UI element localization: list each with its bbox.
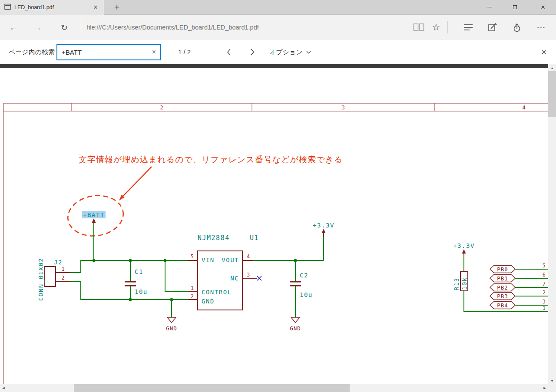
- tab-close-icon[interactable]: ×: [92, 3, 99, 11]
- j2-pin-2: 2: [61, 275, 64, 281]
- net-label-pb4: PB4: [490, 302, 515, 309]
- j2-pin-1: 1: [61, 266, 64, 272]
- u1-pin-num-1: 1: [191, 285, 194, 291]
- schematic-drawing: 2 3 4 文字情報が埋め込まれるので、リファレンス番号などが検索できる: [0, 68, 548, 384]
- find-search-box: ×: [56, 44, 161, 60]
- c2-value: 10u: [300, 291, 313, 298]
- edge-pin-6: 6: [543, 272, 546, 278]
- power-symbol-batt: [92, 218, 96, 225]
- find-match-count: 1 / 2: [178, 40, 191, 64]
- find-close-icon[interactable]: ×: [535, 40, 553, 64]
- edge-pin-7: 7: [543, 281, 546, 287]
- u1-pin-num-2: 2: [191, 293, 194, 300]
- find-options-button[interactable]: オプション: [269, 40, 311, 64]
- vertical-scrollbar[interactable]: ▲ ▼: [548, 64, 556, 384]
- window-maximize-button[interactable]: [505, 0, 525, 14]
- r13-value: 10k: [461, 277, 468, 290]
- component-c2: C2 10u: [290, 272, 313, 298]
- scrollbar-corner: [548, 384, 556, 392]
- edge-pin-5: 5: [543, 263, 546, 269]
- back-icon[interactable]: ←: [5, 15, 23, 40]
- more-actions-icon[interactable]: ⋯: [533, 15, 550, 40]
- title-bar: LED_board1.pdf × + ×: [0, 0, 556, 15]
- scroll-right-icon[interactable]: ▶: [541, 384, 548, 392]
- junction-dots: [93, 259, 297, 301]
- u1-pin-gnd: GND: [202, 298, 215, 305]
- find-clear-icon[interactable]: ×: [148, 45, 160, 59]
- u1-pin-vin: VIN: [202, 257, 215, 264]
- scroll-left-icon[interactable]: ◀: [0, 384, 7, 392]
- sheet-col-3: 3: [341, 105, 344, 111]
- j2-value: CONN_01X02: [37, 258, 45, 301]
- edge-pin-3: 3: [543, 299, 546, 305]
- u1-pin-nc: NC: [230, 275, 239, 282]
- component-j2: J2 CONN_01X02 1 2: [37, 258, 70, 301]
- svg-text:PB4: PB4: [497, 302, 508, 309]
- u1-pin-control: CONTROL: [202, 289, 232, 296]
- svg-text:PB1: PB1: [497, 275, 508, 282]
- forward-icon[interactable]: →: [29, 15, 46, 40]
- c1-ref: C1: [135, 268, 143, 275]
- window-close-button[interactable]: ×: [530, 0, 556, 14]
- r13-ref: R13: [453, 277, 460, 290]
- horizontal-scrollbar[interactable]: ◀ ▶: [0, 384, 548, 392]
- gnd-symbol-left: GND: [166, 317, 177, 332]
- minimize-icon: [487, 7, 492, 7]
- find-in-page-bar: ページ内の検索 × 1 / 2 オプション ×: [0, 40, 556, 64]
- share-icon[interactable]: [508, 15, 526, 40]
- u1-pin-vout: VOUT: [222, 257, 239, 264]
- net-label-pb1: PB1: [490, 275, 515, 282]
- refresh-icon[interactable]: ↻: [56, 15, 73, 40]
- component-u1: NJM2884 U1 VIN VOUT NC CONTROL GND 5 4 3…: [188, 234, 261, 310]
- edge-pin-1: 1: [543, 305, 546, 311]
- tab-title: LED_board1.pdf: [14, 4, 88, 10]
- favorites-star-icon[interactable]: ☆: [428, 15, 444, 40]
- new-tab-button[interactable]: +: [109, 0, 125, 15]
- chevron-down-icon: [306, 51, 311, 54]
- annotate-icon[interactable]: [484, 15, 501, 40]
- reading-view-icon[interactable]: [410, 15, 427, 40]
- net-labels-pb: PB0 PB1 PB2 PB3 PB4: [490, 266, 515, 309]
- maximize-icon: [513, 5, 517, 9]
- scroll-up-icon[interactable]: ▲: [548, 64, 556, 71]
- net-label-pb3: PB3: [490, 293, 515, 300]
- find-previous-icon[interactable]: [222, 48, 235, 56]
- gnd-symbol-right: GND: [290, 317, 301, 332]
- annotation-text: 文字情報が埋め込まれるので、リファレンス番号などが検索できる: [79, 155, 343, 164]
- annotation-arrow: [119, 167, 152, 201]
- u1-pin-num-4: 4: [247, 254, 250, 260]
- net-label-pb2: PB2: [490, 284, 515, 291]
- pdf-background-strip: [0, 64, 548, 68]
- net-label-batt: +BATT: [83, 211, 105, 218]
- window-minimize-button[interactable]: [480, 0, 500, 14]
- c2-ref: C2: [300, 272, 308, 279]
- find-label: ページ内の検索: [9, 40, 55, 64]
- u1-pin-num-3: 3: [247, 272, 250, 278]
- sheet-col-4: 4: [522, 105, 525, 111]
- svg-text:PB2: PB2: [497, 284, 508, 291]
- component-c1: C1 10u: [125, 268, 148, 295]
- tab-led-board1[interactable]: LED_board1.pdf ×: [0, 0, 104, 15]
- gnd-label: GND: [166, 325, 177, 332]
- browser-window: LED_board1.pdf × + × ← → ↻ file:///C:/Us…: [0, 0, 556, 392]
- v33-label: +3.3V: [313, 222, 334, 229]
- address-bar: ← → ↻ file:///C:/Users/user/Documents/LE…: [0, 15, 556, 40]
- vertical-scrollbar-thumb[interactable]: [548, 71, 556, 117]
- hub-icon[interactable]: [460, 15, 477, 40]
- v33-label: +3.3V: [453, 242, 475, 249]
- gnd-label: GND: [290, 325, 301, 332]
- url-field[interactable]: file:///C:/Users/user/Documents/LED_boar…: [87, 15, 259, 40]
- j2-ref: J2: [54, 259, 63, 266]
- scroll-down-icon[interactable]: ▼: [548, 377, 556, 384]
- horizontal-scrollbar-thumb[interactable]: [74, 384, 350, 392]
- search-match-batt: +BATT: [82, 211, 106, 218]
- edge-pin-2: 2: [543, 290, 546, 296]
- no-connect-icon: [257, 276, 261, 280]
- find-options-label: オプション: [269, 48, 303, 56]
- net-label-pb0: PB0: [490, 266, 515, 273]
- find-next-icon[interactable]: [246, 48, 259, 56]
- sheet-col-2: 2: [160, 105, 163, 111]
- c1-value: 10u: [135, 288, 148, 295]
- find-input[interactable]: [57, 49, 148, 56]
- u1-ref: U1: [250, 234, 259, 242]
